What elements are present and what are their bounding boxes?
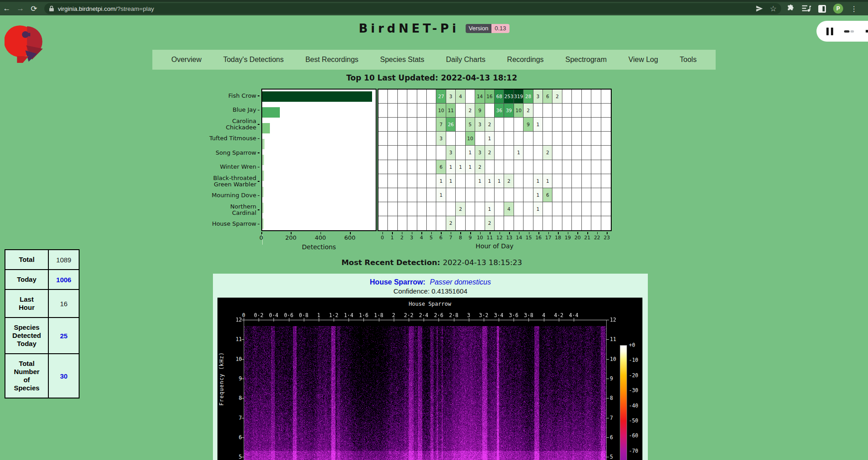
spectrogram-freq-label-right: 11 <box>610 336 623 342</box>
hour-axis-tick-label: 21 <box>582 235 593 241</box>
heatmap-cell: 1 <box>446 160 456 174</box>
audio-player[interactable] <box>816 21 868 42</box>
bookmark-star-icon[interactable]: ☆ <box>770 4 777 14</box>
colorbar-tick-label: -30 <box>629 387 644 394</box>
heatmap-cell <box>466 216 475 230</box>
detections-bar <box>262 139 264 149</box>
heatmap-cell <box>388 188 397 202</box>
heatmap-cell <box>601 132 611 146</box>
heatmap-cell <box>436 202 446 216</box>
media-controls-icon[interactable] <box>802 5 811 12</box>
hour-axis-tick <box>500 232 500 234</box>
heatmap-cell: 2 <box>475 160 485 174</box>
nav-item-daily-charts[interactable]: Daily Charts <box>446 56 486 64</box>
nav-item-species-stats[interactable]: Species Stats <box>380 56 425 64</box>
heatmap-cell <box>533 216 543 230</box>
hourly-heatmap: 2734141668253319283621011293639102726532… <box>377 89 612 231</box>
heatmap-cell <box>562 216 572 230</box>
heatmap-cell: 68 <box>495 90 504 104</box>
heatmap-cell: 1 <box>466 160 475 174</box>
hour-axis-tick-label: 10 <box>475 235 486 241</box>
hour-axis-tick <box>538 232 539 234</box>
extensions-icon[interactable] <box>787 5 795 13</box>
spectrogram-freq-label-left: 9 <box>228 375 242 382</box>
heatmap-cell <box>514 174 524 188</box>
heatmap-cell: 39 <box>504 104 514 118</box>
bar-axis-tick-label: 0 <box>248 234 275 241</box>
seek-slider[interactable] <box>844 30 854 33</box>
heatmap-cell: 1 <box>466 146 475 160</box>
stats-value[interactable]: 25 <box>48 318 79 354</box>
spectrogram-freq-tick <box>241 418 244 418</box>
stats-row: Today1006 <box>5 270 79 289</box>
heatmap-cell <box>495 146 504 160</box>
heatmap-cell <box>475 202 485 216</box>
heatmap-cell: 27 <box>436 90 446 104</box>
reload-icon[interactable]: ⟳ <box>27 4 41 14</box>
nav-item-spectrogram[interactable]: Spectrogram <box>566 56 607 64</box>
heatmap-cell: 6 <box>436 160 446 174</box>
species-label: CarolinaChickadee <box>199 117 259 132</box>
heatmap-cell <box>601 104 611 118</box>
spectrogram-freq-label-right: 7 <box>610 415 623 421</box>
heatmap-cell <box>572 202 581 216</box>
hour-axis-tick <box>568 232 569 234</box>
heatmap-cell <box>582 188 591 202</box>
species-bar-row <box>262 155 376 169</box>
nav-item-recordings[interactable]: Recordings <box>507 56 544 64</box>
profile-avatar[interactable]: P <box>833 4 843 14</box>
hour-axis-tick <box>490 232 491 234</box>
heatmap-cell <box>466 90 475 104</box>
send-icon[interactable] <box>755 5 764 12</box>
nav-item-today-s-detections[interactable]: Today's Detections <box>223 56 284 64</box>
heatmap-cell: 9 <box>524 118 533 132</box>
heatmap-cell <box>601 146 611 160</box>
side-panel-icon[interactable] <box>818 5 826 13</box>
heatmap-cell <box>514 118 524 132</box>
nav-item-tools[interactable]: Tools <box>680 56 697 64</box>
stats-value[interactable]: 1006 <box>48 270 79 289</box>
pause-icon[interactable] <box>826 28 833 35</box>
heatmap-cell <box>601 216 611 230</box>
hour-axis-tick-label: 20 <box>572 235 583 241</box>
volume-icon[interactable] <box>865 27 868 36</box>
browser-menu-icon[interactable]: ⋮ <box>850 5 858 13</box>
heatmap-cell <box>417 174 427 188</box>
spectrogram-time-tick <box>304 318 304 322</box>
hour-axis-tick <box>382 232 383 234</box>
species-latin-name[interactable]: Passer domesticus <box>430 278 491 286</box>
spectrogram-colorbar <box>620 345 627 460</box>
heatmap-cell <box>407 146 417 160</box>
back-icon[interactable]: ← <box>0 4 14 13</box>
heatmap-cell: 3 <box>533 90 543 104</box>
heatmap-cell <box>591 174 601 188</box>
heatmap-cell <box>407 174 417 188</box>
heatmap-cell <box>591 118 601 132</box>
detection-species-link[interactable]: House Sparrow:Passer domesticus <box>213 278 648 286</box>
heatmap-cell <box>552 216 562 230</box>
heatmap-cell: 9 <box>475 104 485 118</box>
spectrogram-time-tick <box>349 318 349 322</box>
hour-axis-tick-label: 0 <box>377 235 388 241</box>
species-common-name[interactable]: House Sparrow: <box>370 278 425 286</box>
heatmap-cell: 7 <box>436 118 446 132</box>
heatmap-cell: 2 <box>446 216 456 230</box>
species-bar-row <box>262 187 376 201</box>
heatmap-cell <box>417 146 427 160</box>
forward-icon[interactable]: → <box>14 4 27 13</box>
url-bar[interactable]: virginia.birdnetpi.com/?stream=play ☆ <box>44 3 781 14</box>
heatmap-cell <box>495 132 504 146</box>
heatmap-cell <box>514 216 524 230</box>
stats-value[interactable]: 30 <box>48 354 79 398</box>
heatmap-cell <box>601 160 611 174</box>
spectrogram-freq-label-right: 6 <box>610 434 623 441</box>
spectrogram-time-tick <box>259 318 259 322</box>
spectrogram-freq-tick <box>241 359 244 360</box>
nav-item-view-log[interactable]: View Log <box>628 56 658 64</box>
spectrogram-time-tick <box>484 318 484 322</box>
nav-item-best-recordings[interactable]: Best Recordings <box>305 56 358 64</box>
page-title: BirdNET-Pi <box>359 22 459 35</box>
heatmap-cell: 26 <box>446 118 456 132</box>
spectrogram-freq-tick <box>606 418 609 418</box>
nav-item-overview[interactable]: Overview <box>171 56 202 64</box>
